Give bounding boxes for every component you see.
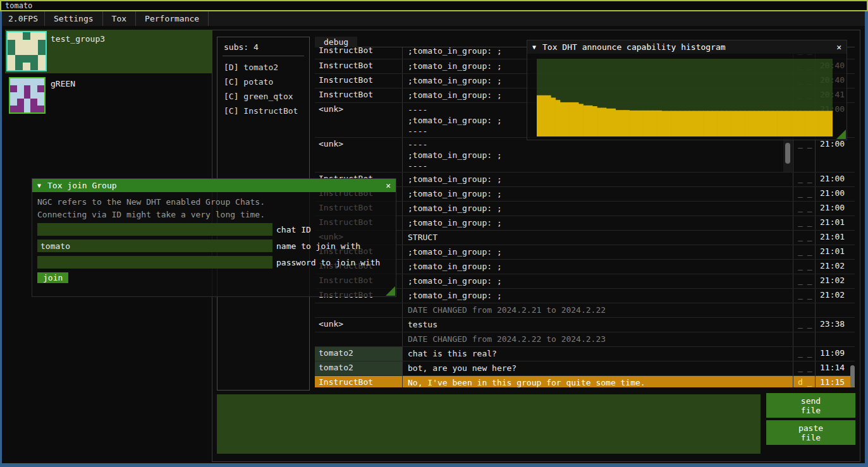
tab-debug[interactable]: debug (315, 37, 357, 47)
delivery-status: __ (793, 202, 816, 215)
delivery-status: __ (793, 245, 816, 259)
peer-item-InstructBot[interactable]: [C] InstructBot (224, 104, 309, 118)
sender-name (315, 332, 403, 346)
message-text: ;tomato_in_group: ; (403, 173, 793, 186)
histogram-bars (537, 59, 833, 136)
sender-name: tomato2 (315, 347, 403, 361)
sender-name: tomato2 (315, 361, 403, 375)
menu-item-performance[interactable]: Performance (136, 11, 209, 26)
join-button[interactable]: join (37, 272, 68, 283)
paste-file-label-line2: file (801, 433, 821, 442)
group-name-label: test_group3 (51, 34, 105, 44)
send-file-label-line1: send (801, 396, 821, 406)
paste-file-button[interactable]: paste file (766, 420, 855, 445)
sender-name: <unk> (315, 103, 403, 137)
message-input[interactable] (217, 394, 761, 454)
join-group-titlebar[interactable]: ▼ Tox join Group ✕ (32, 179, 396, 192)
group-item-test_group3[interactable]: test_group3 (5, 30, 212, 73)
join-group-description: NGC refers to the New DHT enabled Group … (32, 192, 396, 221)
window-border-bottom (0, 463, 868, 467)
message-cell-scrollbar[interactable] (783, 138, 792, 172)
scrollbar-thumb[interactable] (785, 143, 790, 164)
message-row[interactable]: InstructBotNo, I've been in this group f… (315, 375, 855, 387)
date-changed-text: DATE CHANGED from 2024.2.22 to 2024.2.23 (403, 332, 793, 346)
message-text: chat is this real? (403, 347, 793, 361)
delivery-status (793, 303, 816, 317)
timestamp: 11:09 (816, 347, 855, 361)
message-text: ;tomato_in_group: ; (403, 289, 793, 303)
timestamp: 21:02 (816, 274, 855, 288)
timestamp: 21:02 (816, 289, 855, 303)
resize-grip[interactable] (386, 286, 395, 296)
menu-item-tox[interactable]: Tox (103, 11, 136, 26)
group-avatar (9, 77, 46, 114)
send-file-button[interactable]: send file (766, 393, 855, 418)
timestamp: 21:00 (816, 202, 855, 215)
fps-counter: 2.0FPS (2, 11, 45, 26)
sender-name: InstructBot (315, 376, 403, 387)
peer-item-green_qtox[interactable]: [C] green_qtox (224, 89, 309, 104)
window-border-left (0, 11, 2, 467)
chat-id-label: chat ID (276, 225, 311, 234)
join-name-field[interactable] (37, 240, 272, 252)
timestamp (816, 303, 855, 317)
sender-name: InstructBot (315, 88, 403, 102)
dht-histogram-plot (537, 59, 833, 136)
timestamp: 21:01 (816, 231, 855, 245)
date-separator-row: DATE CHANGED from 2024.2.21 to 2024.2.22 (315, 303, 855, 317)
send-file-label-line2: file (801, 406, 821, 415)
delivery-status: __ (793, 138, 816, 172)
sender-name: <unk> (315, 318, 403, 332)
message-row[interactable]: tomato2bot, are you new here?__11:14 (315, 361, 855, 375)
delivery-status: __ (793, 289, 816, 303)
chat-scrollbar-thumb[interactable] (850, 365, 855, 387)
collapse-arrow-icon[interactable]: ▼ (37, 182, 41, 189)
group-avatar (6, 31, 47, 71)
message-text: STRUCT (403, 231, 793, 245)
message-row[interactable]: tomato2chat is this real?__11:09 (315, 346, 855, 361)
delivery-status: __ (793, 318, 816, 332)
close-icon[interactable]: ✕ (386, 181, 391, 190)
delivery-status: __ (793, 173, 816, 186)
join-group-title: Tox join Group (47, 181, 117, 190)
join-password-label: password to join with (276, 258, 380, 267)
delivery-status (793, 332, 816, 346)
resize-grip[interactable] (836, 130, 846, 139)
timestamp: 21:01 (816, 245, 855, 259)
os-titlebar[interactable]: tomato (0, 0, 868, 11)
timestamp: 21:00 (816, 187, 855, 201)
collapse-arrow-icon[interactable]: ▼ (532, 44, 536, 51)
delivery-status: __ (793, 187, 816, 201)
message-text: testus (403, 318, 793, 332)
timestamp: 21:02 (816, 260, 855, 274)
menu-item-settings[interactable]: Settings (45, 11, 103, 26)
app-window: tomato 2.0FPSSettingsToxPerformance test… (0, 0, 868, 467)
message-text: ;tomato_in_group: ; (403, 274, 793, 288)
timestamp: 21:00 (816, 173, 855, 186)
sender-name: <unk> (315, 138, 403, 172)
chat-id-field[interactable] (37, 223, 272, 236)
delivery-status: d_ (793, 376, 816, 387)
message-text: ;tomato_in_group: ; (403, 216, 793, 230)
peer-item-potato[interactable]: [C] potato (224, 75, 309, 89)
join-password-field[interactable] (37, 256, 272, 269)
dht-histogram-title: Tox DHT announce capability histogram (542, 42, 726, 52)
close-icon[interactable]: ✕ (836, 42, 841, 52)
delivery-status: __ (793, 361, 816, 375)
message-text: ;tomato_in_group: ; (403, 260, 793, 274)
join-group-window: ▼ Tox join Group ✕ NGC refers to the New… (32, 178, 396, 297)
timestamp: 21:01 (816, 216, 855, 230)
group-item-gREEN[interactable]: gREEN (5, 75, 212, 114)
dht-histogram-titlebar[interactable]: ▼ Tox DHT announce capability histogram … (527, 40, 847, 54)
message-row[interactable]: <unk>---- ;tomato_in_group: ; ----__21:0… (315, 137, 855, 172)
message-row[interactable]: <unk>testus__23:38 (315, 317, 855, 332)
window-title: tomato (5, 1, 32, 10)
join-name-label: name to join with (276, 241, 360, 251)
peer-item-tomato2[interactable]: [D] tomato2 (224, 60, 309, 75)
dht-histogram-window: ▼ Tox DHT announce capability histogram … (527, 40, 847, 140)
message-text: No, I've been in this group for quite so… (403, 376, 793, 387)
sender-name: InstructBot (315, 47, 403, 59)
delivery-status: __ (793, 216, 816, 230)
timestamp (816, 332, 855, 346)
paste-file-label-line1: paste (798, 423, 823, 433)
